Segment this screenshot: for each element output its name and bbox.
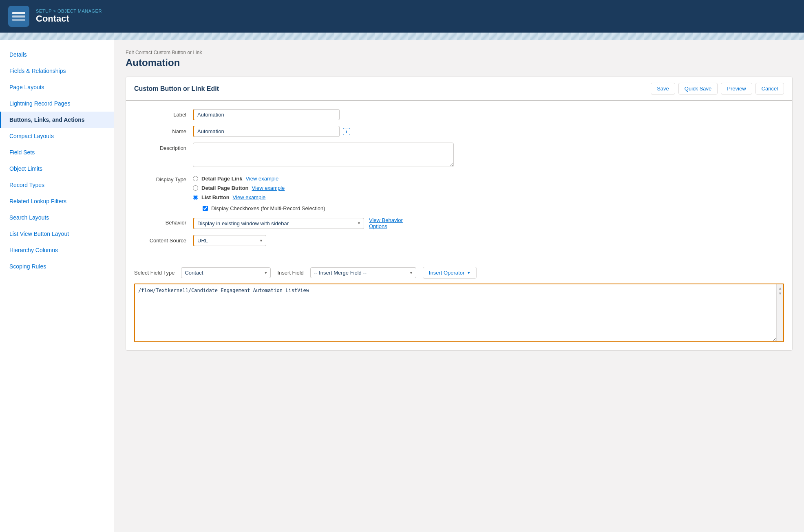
quick-save-button[interactable]: Quick Save — [678, 83, 718, 95]
sidebar-label-related-lookup-filters: Related Lookup Filters — [9, 198, 66, 204]
description-input[interactable] — [193, 143, 454, 167]
sidebar-item-scoping-rules[interactable]: Scoping Rules — [0, 258, 114, 275]
form-panel-header: Custom Button or Link Edit Save Quick Sa… — [126, 77, 792, 101]
layers-icon — [12, 10, 25, 23]
sidebar-label-page-layouts: Page Layouts — [9, 84, 44, 90]
form-panel-actions: Save Quick Save Preview Cancel — [651, 83, 784, 95]
description-label: Description — [136, 143, 193, 151]
form-panel-title: Custom Button or Link Edit — [134, 85, 219, 92]
sidebar-item-field-sets[interactable]: Field Sets — [0, 144, 114, 160]
sidebar-item-hierarchy-columns[interactable]: Hierarchy Columns — [0, 242, 114, 258]
select-field-type-select[interactable]: Contact Account User — [181, 267, 271, 278]
display-checkboxes-input[interactable] — [203, 206, 208, 211]
svg-rect-0 — [12, 12, 25, 14]
radio-list-button: List Button View example — [193, 194, 405, 200]
label-row: Label — [136, 109, 782, 120]
radio-detail-page-link-label: Detail Page Link — [201, 176, 242, 182]
display-checkboxes-label: Display Checkboxes (for Multi-Record Sel… — [211, 205, 325, 211]
sidebar-item-page-layouts[interactable]: Page Layouts — [0, 79, 114, 95]
sidebar-item-related-lookup-filters[interactable]: Related Lookup Filters — [0, 193, 114, 209]
label-field — [193, 109, 405, 120]
display-type-label: Display Type — [136, 174, 193, 182]
save-button[interactable]: Save — [651, 83, 675, 95]
radio-detail-page-button-label: Detail Page Button — [201, 185, 249, 191]
sidebar-item-record-types[interactable]: Record Types — [0, 177, 114, 193]
display-type-row: Display Type Detail Page Link View examp… — [136, 174, 782, 211]
detail-page-button-example[interactable]: View example — [252, 185, 285, 191]
sidebar-label-details: Details — [9, 51, 27, 58]
display-type-radio-group: Detail Page Link View example Detail Pag… — [193, 174, 405, 211]
select-field-type-wrapper: Contact Account User — [181, 267, 271, 278]
breadcrumb: SETUP > OBJECT MANAGER — [36, 9, 102, 13]
app-icon — [8, 6, 29, 27]
behavior-select-wrapper: Display in existing window with sidebar … — [193, 218, 364, 229]
insert-operator-button[interactable]: Insert Operator — [423, 267, 477, 279]
sidebar-item-list-view-button-layout[interactable]: List View Button Layout — [0, 226, 114, 242]
sidebar-item-lightning-record-pages[interactable]: Lightning Record Pages — [0, 95, 114, 112]
sidebar: DetailsFields & RelationshipsPage Layout… — [0, 40, 114, 532]
sidebar-item-buttons-links-actions[interactable]: Buttons, Links, and Actions — [0, 112, 114, 128]
code-area-wrapper: /flow/Textkerne11/Candidate_Engagement_A… — [134, 284, 784, 342]
sidebar-label-list-view-button-layout: List View Button Layout — [9, 231, 69, 237]
content-source-select[interactable]: URL Visualforce Page OnClick JavaScript … — [193, 235, 266, 246]
preview-button[interactable]: Preview — [721, 83, 752, 95]
content-source-label: Content Source — [136, 235, 193, 244]
radio-list-button-label: List Button — [201, 194, 230, 200]
description-field — [193, 143, 405, 168]
behavior-select[interactable]: Display in existing window with sidebar … — [193, 218, 364, 229]
insert-field-label: Insert Field — [277, 270, 303, 276]
page-object-title: Contact — [36, 13, 102, 24]
svg-rect-1 — [12, 15, 25, 18]
main-layout: DetailsFields & RelationshipsPage Layout… — [0, 40, 804, 532]
display-checkboxes-item: Display Checkboxes (for Multi-Record Sel… — [203, 205, 405, 211]
behavior-row-inner: Display in existing window with sidebar … — [193, 217, 405, 229]
display-type-field: Detail Page Link View example Detail Pag… — [193, 174, 405, 211]
label-input[interactable] — [193, 109, 340, 120]
sidebar-item-search-layouts[interactable]: Search Layouts — [0, 209, 114, 226]
detail-page-link-example[interactable]: View example — [245, 176, 278, 182]
content-area: Edit Contact Custom Button or Link Autom… — [114, 40, 804, 532]
sidebar-label-scoping-rules: Scoping Rules — [9, 263, 46, 270]
sidebar-label-compact-layouts: Compact Layouts — [9, 133, 54, 139]
sidebar-label-lightning-record-pages: Lightning Record Pages — [9, 100, 70, 107]
sidebar-label-field-sets: Field Sets — [9, 149, 35, 156]
sidebar-label-search-layouts: Search Layouts — [9, 214, 49, 221]
behavior-label: Behavior — [136, 217, 193, 226]
sidebar-item-details[interactable]: Details — [0, 46, 114, 63]
radio-list-button-input[interactable] — [193, 195, 198, 200]
select-field-type-label: Select Field Type — [134, 270, 174, 276]
name-field: i — [193, 126, 405, 137]
page-subtitle: Edit Contact Custom Button or Link — [126, 50, 793, 55]
sidebar-label-fields-relationships: Fields & Relationships — [9, 68, 66, 74]
insert-field-select[interactable]: -- Insert Merge Field -- — [310, 267, 416, 278]
insert-field-wrapper: -- Insert Merge Field -- — [310, 267, 416, 278]
behavior-field: Display in existing window with sidebar … — [193, 217, 405, 229]
sidebar-label-object-limits: Object Limits — [9, 165, 42, 172]
sidebar-label-hierarchy-columns: Hierarchy Columns — [9, 247, 58, 253]
deco-band — [0, 33, 804, 40]
sidebar-item-object-limits[interactable]: Object Limits — [0, 160, 114, 177]
sidebar-label-record-types: Record Types — [9, 182, 44, 188]
code-textarea[interactable]: /flow/Textkerne11/Candidate_Engagement_A… — [135, 284, 777, 341]
form-body: Label Name i — [126, 101, 792, 260]
name-row: Name i — [136, 126, 782, 137]
radio-detail-page-button-input[interactable] — [193, 185, 198, 191]
content-source-field: URL Visualforce Page OnClick JavaScript … — [193, 235, 405, 246]
radio-detail-page-link-input[interactable] — [193, 176, 198, 181]
cancel-button[interactable]: Cancel — [755, 83, 784, 95]
content-source-select-wrapper: URL Visualforce Page OnClick JavaScript … — [193, 235, 266, 246]
insert-section: Select Field Type Contact Account User I… — [126, 260, 792, 279]
insert-row: Select Field Type Contact Account User I… — [134, 267, 784, 279]
app-header: SETUP > OBJECT MANAGER Contact — [0, 0, 804, 33]
sidebar-item-fields-relationships[interactable]: Fields & Relationships — [0, 63, 114, 79]
name-info-icon[interactable]: i — [343, 128, 350, 135]
content-source-row: Content Source URL Visualforce Page OnCl… — [136, 235, 782, 246]
view-behavior-options-link[interactable]: View Behavior Options — [369, 217, 405, 229]
list-button-example[interactable]: View example — [233, 194, 266, 200]
sidebar-item-compact-layouts[interactable]: Compact Layouts — [0, 128, 114, 144]
name-input[interactable] — [193, 126, 340, 137]
page-title: Automation — [126, 57, 793, 68]
label-field-label: Label — [136, 109, 193, 118]
header-text: SETUP > OBJECT MANAGER Contact — [36, 9, 102, 24]
description-row: Description — [136, 143, 782, 168]
